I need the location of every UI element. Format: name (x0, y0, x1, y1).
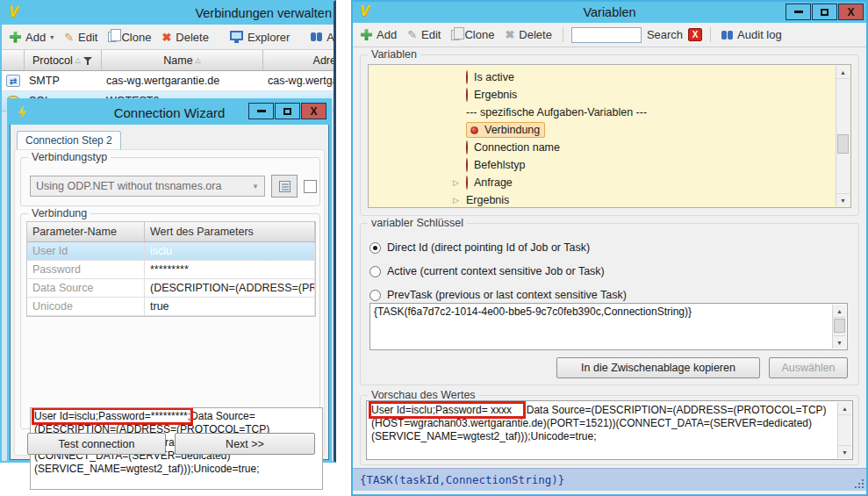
add-plus-icon (10, 32, 21, 43)
chevron-down-icon: ▾ (50, 33, 54, 41)
parameter-row[interactable]: User Idisclu (27, 242, 315, 261)
add-button[interactable]: Add ▾ (7, 29, 56, 46)
parameter-grid-body: User IdiscluPassword*********Data Source… (27, 242, 315, 316)
scroll-down-icon[interactable]: ▼ (833, 335, 846, 349)
right-window-title: Variablen (583, 5, 635, 19)
right-toolbar: Add ✎ Edit Clone ✖ Delete Search X Audit… (353, 23, 866, 47)
left-titlebar[interactable]: V Verbindungen verwalten (2, 2, 334, 25)
highlighted-credentials: User Id=isclu;Password=*********; (34, 410, 190, 422)
tree-item[interactable]: Verbindung (369, 121, 836, 139)
tree-item-label: Befehlstyp (474, 159, 525, 171)
filter-funnel-icon[interactable] (83, 56, 93, 65)
address-cell: cas-wg.wertgarantie.de (263, 71, 336, 90)
audit-log-button[interactable]: Audit log (308, 29, 336, 46)
tree-scrollbar[interactable]: ▲ ▼ (836, 66, 850, 206)
expand-arrow-icon[interactable]: ▷ (453, 178, 466, 187)
app-logo-icon: V (360, 4, 369, 18)
preview-scrollbar[interactable]: ▲ ▼ (837, 402, 851, 458)
key-mode-radio[interactable]: PrevTask (previous or last context sensi… (369, 286, 627, 304)
tree-item[interactable]: Connection name (369, 139, 836, 156)
icon-column-header[interactable] (2, 50, 25, 70)
key-mode-radio[interactable]: Direct Id (direct pointing Id of Job or … (369, 239, 627, 256)
parameter-row[interactable]: Unicodetrue (27, 298, 315, 316)
right-titlebar[interactable]: V Variablen X (353, 2, 866, 23)
parameter-name: Unicode (27, 298, 145, 315)
connection-wizard-dialog: Connection Wizard X Connection Step 2 Ve… (7, 98, 332, 463)
next-button[interactable]: Next >> (175, 433, 315, 455)
address-column-header[interactable]: Adresse (263, 50, 336, 70)
select-button[interactable]: Auswählen (769, 357, 848, 378)
maximize-button[interactable] (275, 103, 300, 119)
connection-type-dropdown[interactable]: Using ODP.NET without tnsnames.ora ▼ (30, 176, 265, 197)
scroll-down-icon[interactable]: ▼ (836, 193, 850, 206)
edit-button[interactable]: ✎ Edit (405, 26, 443, 43)
key-mode-radio[interactable]: Active (current context sensitive Job or… (369, 262, 627, 280)
preview-value-box[interactable]: User Id=isclu;Password= xxxx ;Data Sourc… (366, 400, 853, 460)
tree-item[interactable]: ▷Anfrage (369, 174, 836, 191)
radio-unchecked-icon[interactable] (369, 266, 381, 277)
minimize-icon (794, 11, 803, 13)
delete-button[interactable]: ✖ Delete (159, 29, 211, 46)
scroll-up-icon[interactable]: ▲ (833, 305, 846, 318)
clone-button[interactable]: Clone (448, 26, 497, 43)
test-connection-button[interactable]: Test connection (27, 433, 166, 455)
radio-label: Direct Id (direct pointing Id of Job or … (387, 241, 590, 254)
delete-button[interactable]: ✖ Delete (502, 26, 554, 43)
search-clear-icon[interactable]: X (688, 28, 702, 41)
tree-item[interactable]: ▷Ergebnis (369, 191, 836, 208)
param-value-header[interactable]: Wert des Parameters (145, 222, 315, 241)
connection-type-checkbox[interactable] (304, 180, 317, 193)
parameter-row[interactable]: Data Source(DESCRIPTION=(ADDRESS=(PROT..… (27, 279, 315, 298)
copy-to-clipboard-button[interactable]: In die Zwischenablage kopieren (556, 357, 760, 378)
scrollbar-thumb[interactable] (837, 134, 849, 154)
scrollbar-thumb[interactable] (834, 319, 845, 333)
protocol-column-header[interactable]: Protocol △ (25, 50, 102, 70)
search-input[interactable] (571, 27, 642, 43)
close-button[interactable]: X (301, 103, 326, 119)
screen: V Verbindungen verwalten Add ▾ ✎ Edit Cl… (0, 0, 868, 496)
maximize-button[interactable] (812, 4, 837, 20)
explorer-button[interactable]: Explorer (227, 29, 292, 46)
preview-group: Vorschau des Wertes User Id=isclu;Passwo… (360, 395, 859, 465)
add-button[interactable]: Add (358, 26, 399, 43)
tree-item[interactable]: Is active (369, 68, 836, 86)
close-button[interactable]: X (838, 4, 864, 20)
clone-button[interactable]: Clone (105, 29, 154, 46)
tree-item[interactable]: Befehlstyp (369, 156, 836, 174)
table-row[interactable]: ⇄SMTPcas-wg.wertgarantie.decas-wg.wertga… (2, 71, 334, 91)
scroll-up-icon[interactable]: ▲ (836, 66, 850, 79)
form-edit-icon (279, 181, 291, 192)
audit-log-button[interactable]: Audit log (719, 26, 785, 43)
tree-item[interactable]: Ergebnis (369, 86, 836, 104)
radio-checked-icon[interactable] (369, 242, 381, 254)
keybox-scrollbar[interactable]: ▲ ▼ (832, 305, 846, 349)
protocol-cell: SMTP (25, 71, 102, 90)
edit-button[interactable]: ✎ Edit (61, 29, 100, 46)
tree-item-label: Verbindung (484, 124, 540, 136)
param-name-header[interactable]: Parameter-Name (27, 222, 145, 241)
search-label: Search (647, 28, 683, 41)
variable-bullet-icon (470, 126, 478, 134)
expand-arrow-icon[interactable]: ▷ (453, 196, 466, 205)
minimize-button[interactable] (786, 4, 811, 20)
scroll-up-icon[interactable]: ▲ (838, 402, 851, 415)
variable-bullet-icon (466, 70, 468, 84)
radio-label: Active (current context sensitive Job or… (387, 265, 605, 277)
parameter-grid: Parameter-Name Wert des Parameters User … (26, 221, 316, 317)
key-value-box[interactable]: {TASK(f6a7d7c2-1014-4e00-bbe5-9c7c0feb39… (369, 303, 848, 350)
wizard-titlebar[interactable]: Connection Wizard X (10, 101, 329, 125)
delete-x-icon: ✖ (161, 32, 171, 43)
audit-binoculars-icon (311, 32, 316, 41)
tree-item-label: Anfrage (474, 176, 513, 189)
radio-unchecked-icon[interactable] (369, 290, 381, 301)
resize-grip[interactable] (855, 479, 864, 488)
tab-connection-step-2[interactable]: Connection Step 2 (17, 131, 121, 150)
tree-item[interactable]: --- spezifische Aufgaben-Variablen --- (369, 104, 836, 121)
name-column-header[interactable]: Name △ (102, 50, 263, 70)
variables-tree: Is activeErgebnis--- spezifische Aufgabe… (368, 64, 851, 208)
variable-bullet-icon (466, 140, 468, 155)
scroll-down-icon[interactable]: ▼ (838, 445, 851, 458)
edit-connection-type-button[interactable] (271, 175, 298, 198)
parameter-row[interactable]: Password********* (27, 261, 315, 279)
minimize-button[interactable] (248, 103, 274, 119)
